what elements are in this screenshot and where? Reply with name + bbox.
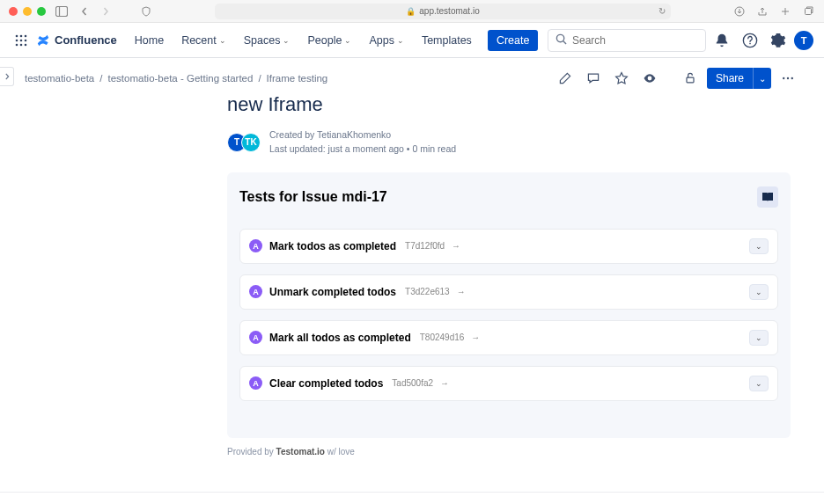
test-name: Mark todos as completed: [269, 240, 396, 252]
test-type-badge: A: [249, 376, 262, 390]
expand-test-button[interactable]: ⌄: [749, 330, 769, 346]
share-button[interactable]: Share: [707, 68, 753, 89]
svg-point-20: [791, 77, 793, 79]
test-name: Mark all todos as completed: [269, 332, 411, 344]
chevron-down-icon: ⌄: [397, 36, 404, 45]
nav-people[interactable]: People⌄: [300, 29, 358, 52]
shield-icon[interactable]: [139, 4, 153, 18]
new-tab-icon[interactable]: [778, 4, 792, 18]
browser-forward-button[interactable]: [99, 4, 113, 18]
test-type-badge: A: [249, 239, 262, 252]
svg-point-13: [556, 34, 563, 41]
browser-chrome: 🔒 app.testomat.io ↻: [0, 0, 824, 23]
star-icon[interactable]: [610, 67, 633, 90]
provided-by: Provided by Testomat.io w/ love: [227, 447, 791, 457]
svg-line-14: [563, 40, 566, 43]
page-actions: Share ⌄: [554, 67, 799, 90]
share-icon[interactable]: [755, 4, 769, 18]
breadcrumb-item[interactable]: testomatio-beta: [25, 73, 94, 84]
expand-test-button[interactable]: ⌄: [749, 238, 769, 254]
create-button[interactable]: Create: [488, 30, 539, 51]
arrow-icon: →: [440, 378, 449, 388]
avatar: TK: [241, 133, 261, 152]
breadcrumbs: testomatio-beta / testomatio-beta - Gett…: [25, 73, 548, 84]
chevron-down-icon: ⌄: [283, 36, 290, 45]
more-actions-icon[interactable]: [776, 67, 799, 90]
tabs-icon[interactable]: [801, 4, 815, 18]
svg-point-8: [20, 39, 23, 41]
svg-rect-0: [56, 6, 68, 16]
user-avatar[interactable]: T: [794, 31, 813, 50]
breadcrumb-item[interactable]: testomatio-beta - Getting started: [107, 73, 253, 84]
svg-point-4: [16, 34, 18, 37]
page-footer: Like Be the first to like this No labels: [0, 492, 824, 505]
arrow-icon: →: [452, 241, 460, 251]
test-id: T3d22e613: [405, 287, 450, 296]
url-text: app.testomat.io: [419, 6, 479, 16]
url-bar[interactable]: 🔒 app.testomat.io ↻: [215, 4, 671, 19]
svg-point-19: [787, 77, 789, 79]
arrow-icon: →: [471, 332, 480, 342]
byline-text: Created by TetianaKhomenko Last updated:…: [269, 128, 456, 157]
chevron-down-icon: ⌄: [344, 36, 351, 45]
svg-point-7: [16, 39, 18, 41]
test-name: Unmark completed todos: [269, 286, 396, 298]
test-name: Clear completed todos: [269, 377, 383, 390]
author-name[interactable]: TetianaKhomenko: [317, 129, 391, 140]
test-row[interactable]: AMark todos as completedT7d12f0fd→⌄: [239, 229, 778, 264]
nav-templates[interactable]: Templates: [415, 29, 479, 52]
settings-icon[interactable]: [766, 28, 791, 53]
sidebar-expand-button[interactable]: [0, 67, 14, 86]
close-window-button[interactable]: [9, 7, 18, 16]
lock-icon: 🔒: [406, 7, 416, 16]
restrictions-icon[interactable]: [679, 67, 702, 90]
comment-icon[interactable]: [582, 67, 605, 90]
svg-point-6: [25, 34, 27, 37]
embed-book-icon[interactable]: [757, 186, 778, 208]
help-icon[interactable]: [738, 28, 762, 53]
download-icon[interactable]: [732, 4, 747, 18]
expand-test-button[interactable]: ⌄: [749, 376, 769, 391]
notifications-icon[interactable]: [710, 28, 734, 53]
page-title: new Iframe: [227, 93, 791, 116]
nav-home[interactable]: Home: [128, 29, 171, 52]
search-box[interactable]: [548, 29, 706, 52]
test-id: Tad500fa2: [392, 378, 433, 388]
sidebar-toggle-icon[interactable]: [55, 4, 69, 18]
test-row[interactable]: AMark all todos as completedT80249d16→⌄: [239, 320, 778, 355]
watch-icon[interactable]: [638, 67, 661, 90]
confluence-logo[interactable]: Confluence: [35, 33, 117, 48]
svg-rect-17: [687, 77, 694, 83]
nav-spaces[interactable]: Spaces⌄: [237, 29, 298, 52]
svg-point-9: [25, 39, 27, 41]
app-switcher-icon[interactable]: [11, 30, 32, 51]
maximize-window-button[interactable]: [37, 7, 46, 16]
nav-recent[interactable]: Recent⌄: [174, 29, 233, 52]
nav-apps[interactable]: Apps⌄: [362, 29, 411, 52]
refresh-icon[interactable]: ↻: [658, 6, 666, 16]
svg-point-12: [25, 43, 27, 46]
search-icon: [555, 33, 567, 47]
share-dropdown[interactable]: ⌄: [753, 68, 771, 89]
svg-point-11: [20, 43, 23, 46]
testomat-embed-panel: Tests for Issue mdi-17 AMark todos as co…: [227, 172, 791, 438]
svg-point-16: [749, 42, 751, 44]
top-nav: Confluence Home Recent⌄ Spaces⌄ People⌄ …: [0, 23, 824, 58]
breadcrumb-item[interactable]: Iframe testing: [267, 73, 328, 84]
embed-title: Tests for Issue mdi-17: [239, 189, 387, 205]
search-input[interactable]: [572, 34, 704, 47]
edit-icon[interactable]: [554, 67, 577, 90]
expand-test-button[interactable]: ⌄: [749, 284, 769, 300]
svg-point-10: [16, 43, 18, 46]
svg-rect-3: [806, 8, 812, 14]
arrow-icon: →: [457, 287, 466, 296]
browser-back-button[interactable]: [77, 4, 92, 18]
test-row[interactable]: AClear completed todosTad500fa2→⌄: [239, 366, 778, 401]
product-name: Confluence: [55, 33, 117, 47]
test-row[interactable]: AUnmark completed todosT3d22e613→⌄: [239, 274, 778, 310]
main-content: new Iframe T TK Created by TetianaKhomen…: [0, 93, 824, 474]
test-id: T80249d16: [420, 332, 465, 342]
author-avatars[interactable]: T TK: [227, 133, 261, 152]
window-controls: [9, 7, 46, 16]
minimize-window-button[interactable]: [23, 7, 32, 16]
